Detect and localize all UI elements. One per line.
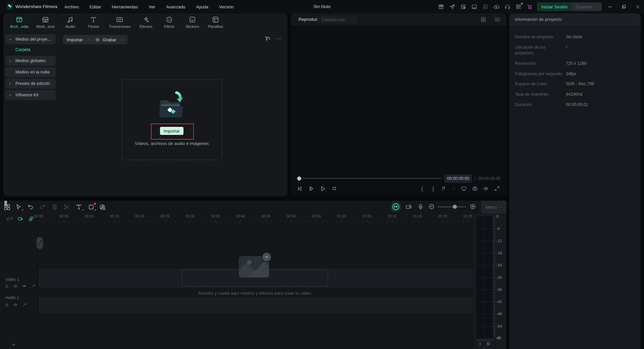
import-button[interactable]: Importar — [160, 127, 183, 135]
lock-icon[interactable] — [4, 302, 9, 307]
select-tool-icon[interactable] — [15, 203, 22, 211]
sidebar-item-presets-de-edicion[interactable]: Presets de edición — [5, 79, 56, 89]
headset-icon[interactable] — [504, 4, 511, 10]
close-button[interactable] — [635, 0, 640, 13]
tab-arch-edia[interactable]: Arch...edia — [10, 16, 29, 29]
chevron-down-icon — [594, 5, 598, 9]
ruler-label: 00:35 — [211, 214, 220, 218]
voiceover-icon[interactable] — [417, 203, 424, 210]
notes-icon[interactable] — [460, 4, 466, 10]
export-button[interactable]: Exportar — [572, 2, 602, 11]
tab-filtros[interactable]: Filtros — [161, 16, 177, 29]
tab-stickers[interactable]: Stickers — [184, 16, 200, 29]
screen-record-icon[interactable] — [405, 203, 412, 210]
cloud-upload-icon[interactable] — [493, 4, 499, 10]
undo-icon[interactable] — [27, 203, 34, 211]
ai-assistant-icon[interactable] — [392, 203, 400, 211]
display-icon[interactable] — [471, 4, 477, 10]
next-frame-icon[interactable] — [308, 185, 315, 192]
mark-in-icon[interactable] — [441, 186, 447, 192]
scopes-icon[interactable] — [494, 16, 500, 22]
layout-icon[interactable] — [3, 203, 11, 211]
snapshot-monitor-icon[interactable] — [461, 186, 467, 192]
grid-view-icon[interactable] — [480, 16, 486, 22]
info-label: Nombre de proyecto: — [515, 34, 566, 40]
menu-item-ayuda[interactable]: Ayuda — [196, 4, 208, 9]
menu-item-editar[interactable]: Editar — [90, 4, 101, 9]
ruler-tick-minor — [362, 221, 362, 222]
zoom-in-icon[interactable] — [470, 203, 476, 210]
mark-in-brace[interactable]: { — [421, 186, 423, 192]
audio-ai-icon[interactable]: AI — [99, 203, 106, 211]
menu-item-version[interactable]: Versión — [219, 4, 233, 9]
sidebar-item-carpeta[interactable]: Carpeta — [5, 46, 56, 54]
send-icon[interactable] — [449, 4, 455, 10]
save-icon[interactable] — [482, 4, 488, 10]
triangle-right-icon — [9, 82, 12, 85]
sidebar-item-medios-del-proye[interactable]: Medios del proye... — [5, 34, 56, 44]
filter-icon[interactable] — [264, 36, 271, 42]
cart-icon[interactable] — [527, 4, 533, 10]
text-tool-icon[interactable] — [75, 203, 83, 211]
menu-item-ver[interactable]: Ver — [149, 4, 155, 9]
speaker-icon[interactable] — [13, 284, 18, 289]
sidebar-item-medios-globales[interactable]: Medios globales — [5, 56, 56, 66]
ruler-tick-minor — [448, 221, 448, 222]
quality-select[interactable]: Calidad total — [318, 15, 358, 24]
tab-plantillas[interactable]: Plantillas — [208, 16, 223, 29]
track-resize-handle[interactable] — [37, 237, 43, 249]
info-label: Fotogramas por segundo: — [515, 71, 566, 77]
lock-icon[interactable] — [4, 284, 9, 289]
tab-transiciones[interactable]: Transiciones — [109, 16, 131, 29]
auto-ripple-icon[interactable] — [17, 216, 23, 222]
add-track-button[interactable]: + — [12, 342, 15, 348]
login-button[interactable]: Iniciar Sesión — [537, 2, 572, 11]
current-timecode[interactable]: 00:00:00:00 — [444, 174, 472, 183]
crop-icon[interactable] — [88, 203, 95, 211]
prev-frame-icon[interactable] — [297, 185, 303, 192]
ruler-tick-minor — [225, 221, 226, 222]
track-manager-icon[interactable] — [28, 216, 34, 222]
restore-button[interactable] — [621, 0, 627, 13]
tab-medi-tock[interactable]: Medi...tock — [36, 16, 55, 29]
eye-icon[interactable] — [22, 284, 27, 289]
zoom-out-icon[interactable] — [428, 203, 435, 210]
record-dropdown-button[interactable]: Grabar — [91, 35, 127, 44]
sidebar-item-medios-en-la-nube[interactable]: Medios en la nube — [5, 67, 56, 77]
mute-icon[interactable] — [483, 186, 489, 192]
chevron-down-icon — [350, 18, 354, 21]
menu-item-herramientas[interactable]: Herramientas — [112, 4, 138, 9]
tab-audio[interactable]: Audio — [63, 16, 78, 29]
stop-icon[interactable] — [331, 185, 337, 192]
timeline-zoom-slider[interactable] — [437, 206, 466, 207]
unlink-icon[interactable] — [7, 216, 13, 222]
chevron-down-icon[interactable] — [452, 187, 456, 191]
fullscreen-icon[interactable] — [494, 186, 500, 192]
metro-dropdown[interactable]: Metro — [481, 201, 506, 213]
ruler-tick-minor — [99, 221, 100, 222]
snapshot-icon[interactable] — [472, 186, 478, 192]
more-icon[interactable] — [275, 36, 281, 42]
timeline-ruler[interactable]: 00:0000:0500:1000:1500:2000:2500:3000:35… — [32, 214, 473, 222]
speaker-icon[interactable] — [13, 302, 18, 307]
mark-out-brace[interactable]: } — [432, 186, 434, 192]
sidebar-item-label: Medios globales — [15, 58, 46, 63]
menu-item-avanzado[interactable]: Avanzado — [166, 4, 185, 9]
wand-icon[interactable] — [22, 302, 27, 307]
add-media-icon[interactable]: + — [262, 252, 272, 262]
seek-track[interactable] — [301, 178, 441, 179]
import-dropdown-button[interactable]: Importar — [63, 35, 94, 44]
ruler-tick-minor — [104, 221, 105, 222]
tab-efectos[interactable]: Efectos — [138, 16, 154, 29]
menu-item-archivo[interactable]: Archivo — [64, 4, 79, 9]
gift-icon[interactable] — [438, 4, 444, 10]
tab-titulos[interactable]: Títulos — [86, 16, 101, 29]
sidebar-item-influence-kit[interactable]: Influence Kit — [5, 90, 56, 100]
apps-icon[interactable] — [516, 4, 522, 10]
timeline-zoom-knob[interactable] — [453, 205, 457, 209]
minimize-button[interactable] — [607, 0, 613, 13]
ruler-tick-minor — [246, 221, 246, 222]
play-icon[interactable] — [319, 185, 326, 192]
wand-icon[interactable] — [31, 284, 36, 289]
seek-knob[interactable] — [297, 177, 301, 181]
